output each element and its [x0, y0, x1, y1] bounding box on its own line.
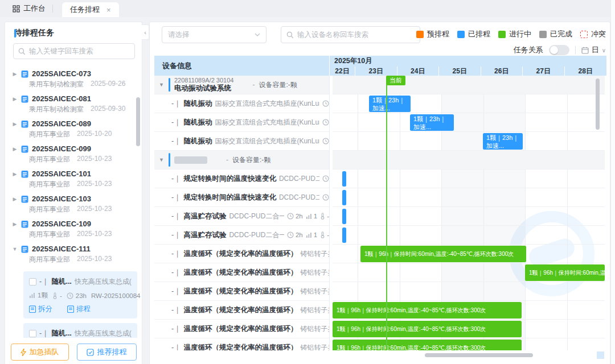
day-header-cell: 23日	[355, 67, 397, 76]
clock-icon	[67, 292, 73, 299]
tree-item[interactable]: ▶2025SAICEC-081乘用车制动检测室2025-09-30	[5, 92, 142, 117]
caret-right-icon[interactable]: ▶	[12, 171, 18, 177]
task-card[interactable]: -｜随机...快充高压线束总成(45...1颗-23hRW-2025100084…	[23, 271, 137, 318]
gantt-task-row-label[interactable]: -｜温度循环（规定变化率的温度循环）铸铝转子异步	[154, 301, 330, 320]
day-header-cell: 28日	[564, 67, 607, 76]
chevron-down-icon	[255, 33, 260, 36]
gantt-task-row-label[interactable]: -｜随机振动国标交直流组合式充电插座(KunLun 30)	[154, 113, 330, 132]
gantt-task-row-label[interactable]: -｜高温贮存试验DCDC-PUD二合一2h1-	[154, 226, 330, 245]
tree-item[interactable]: ▼2025SAICEC-111商用车事业部2025-10-23	[5, 242, 142, 267]
gantt-task-row-label[interactable]: -｜高温贮存试验DCDC-PUD二合一2h1-	[154, 207, 330, 226]
document-icon	[21, 70, 28, 78]
task-bar[interactable]: 1颗｜96h｜保持时间:60min,温度:-40~85℃,循环次数:300次	[360, 246, 526, 262]
task-bar[interactable]: 1颗｜96h｜保持时间:60min,温度:-40~85℃,循环次数:300次	[333, 302, 522, 318]
task-bar[interactable]: 1颗｜23h｜加速...	[369, 96, 411, 112]
department-label: 商用车事业部	[29, 255, 70, 264]
test-item-spec: 国标交直流组合式充电插座(KunLun 30)	[215, 99, 319, 109]
test-item-name: 温度循环（规定变化率的温度循环）	[183, 287, 297, 296]
panel-collapse-button[interactable]: ‹	[141, 24, 149, 40]
caret-right-icon[interactable]: ▶	[12, 221, 18, 227]
test-item-spec: 铸铝转子异步	[300, 305, 329, 315]
tab-workbench[interactable]: 工作台	[0, 0, 52, 17]
task-bar[interactable]	[342, 228, 346, 243]
task-bar[interactable]: 1颗｜96h｜保持时间:60min,温度:-40~85℃,循环次数:300次	[525, 264, 605, 281]
thermo-icon	[52, 292, 58, 299]
horizontal-scrollbar[interactable]	[425, 353, 533, 357]
gantt-task-row-label[interactable]: -｜温度循环（规定变化率的温度循环）铸铝转子异步	[154, 263, 330, 282]
tree-item[interactable]: ▶2025SAICEC-073乘用车制动检测室2025-09-26	[5, 67, 142, 92]
task-relation-toggle[interactable]	[549, 45, 569, 55]
document-icon	[29, 305, 36, 313]
caret-right-icon[interactable]: ▶	[12, 196, 18, 202]
task-bar[interactable]: 1颗｜23h｜加速...	[410, 114, 454, 131]
task-bar[interactable]	[342, 209, 346, 224]
device-search-input[interactable]	[297, 31, 415, 39]
caret-down-icon[interactable]: ▼	[159, 157, 165, 163]
department-label: 商用车事业部	[29, 130, 70, 139]
project-code: 2025SAICEC-089	[32, 119, 91, 128]
filter-select-placeholder: 请选择	[168, 30, 190, 40]
tree-item[interactable]: ▶2025SAICEC-089商用车事业部2025-10-20	[5, 117, 142, 142]
gantt-group-row-label[interactable]: ▼220811089A/2 30104电动振动试验系统-设备容量:-颗	[154, 76, 330, 94]
day-header-cell: 25日	[438, 67, 481, 76]
document-icon	[21, 120, 28, 128]
caret-right-icon[interactable]: ▶	[12, 96, 18, 102]
sidebar-scrollbar[interactable]	[136, 97, 140, 146]
top-tab-bar: 工作台 任务排程 ×	[0, 0, 615, 17]
tab-workbench-label: 工作台	[23, 3, 46, 14]
caret-right-icon[interactable]: ▶	[12, 121, 18, 127]
thermo-icon	[320, 213, 325, 220]
gantt-task-row-label[interactable]: -｜温度循环（规定变化率的温度循环）铸铝转子异步	[154, 282, 330, 301]
gantt-task-row-label[interactable]: -｜随机振动国标交直流组合式充电插座(KunLun 30)	[154, 132, 330, 151]
tree-item[interactable]: ▶2025SAICEC-101商用车事业部2025-10-23	[5, 167, 142, 192]
split-link[interactable]: 拆分	[29, 304, 52, 314]
caret-down-icon[interactable]: ▼	[159, 82, 165, 88]
device-capacity: 设备容量:-颗	[232, 155, 270, 165]
task-bar[interactable]	[342, 171, 346, 187]
test-item-spec: 铸铝转子异步	[300, 324, 329, 334]
clock-icon	[287, 213, 294, 220]
gantt-task-row-track	[333, 188, 605, 207]
gantt-task-row-label[interactable]: -｜温度循环（规定变化率的温度循环）铸铝转子异步	[154, 245, 330, 263]
recommend-schedule-button[interactable]: 推荐排程	[77, 344, 137, 361]
urgent-insert-button[interactable]: 加急插队	[11, 344, 69, 361]
chart-icon	[306, 213, 312, 220]
filter-select[interactable]: 请选择	[162, 26, 266, 43]
search-icon	[18, 48, 26, 55]
task-checkbox[interactable]	[29, 278, 36, 286]
schedule-link[interactable]: 排程	[67, 304, 91, 314]
tree-item[interactable]: ▶2025SAICEC-109商用车事业部2025-10-23	[5, 217, 142, 242]
task-bar[interactable]: 1颗｜23h｜加速...	[483, 133, 523, 150]
due-date: 2025-09-26	[91, 80, 125, 89]
task-bar[interactable]: 1颗｜96h｜保持时间:60min,温度:-40~85℃,循环次数:300次	[333, 321, 522, 337]
caret-right-icon[interactable]: ▶	[12, 71, 18, 77]
legend-swatch-completed	[539, 31, 547, 38]
gantt-task-row-label[interactable]: -｜温度循环（规定变化率的温度循环）铸铝转子异步	[154, 338, 330, 350]
tab-task-schedule[interactable]: 任务排程 ×	[62, 2, 119, 17]
test-item-spec: 国标交直流组合式充电插座(KunLun 30)	[215, 136, 319, 146]
tree-item[interactable]: ▶2025SAICEC-103商用车事业部2025-10-23	[5, 192, 142, 217]
task-bar[interactable]	[342, 190, 346, 205]
schedule-main-panel: 请选择 预排程 已排程 进行中 已完成 冲突	[149, 22, 610, 364]
task-checkbox[interactable]	[29, 330, 36, 337]
view-mode-select[interactable]: 日 ∨	[581, 45, 606, 55]
close-icon[interactable]: ×	[106, 6, 111, 14]
test-item-spec: DCDC-PUD二合一	[279, 193, 319, 202]
tree-item[interactable]: ▶2025SAICEC-099商用车事业部2025-10-23	[5, 142, 142, 167]
task-card[interactable]: -｜随机...快充高压线束总成(45...1颗-23hRW-2025100085…	[23, 323, 137, 338]
gantt-task-row-label[interactable]: -｜规定转换时间的温度快速变化DCDC-PUD二合一	[154, 188, 330, 207]
day-header-row: 22日23日24日25日26日27日28日	[330, 67, 606, 76]
gantt-group-row-label[interactable]: ▼-设备容量:-颗	[154, 151, 330, 169]
thermo-icon	[320, 231, 325, 238]
document-icon	[21, 170, 28, 178]
sidebar-search[interactable]	[13, 43, 135, 59]
caret-down-icon[interactable]: ▼	[12, 246, 18, 252]
caret-right-icon[interactable]: ▶	[12, 146, 18, 152]
device-search[interactable]	[281, 26, 420, 43]
chart-vertical-scrollbar[interactable]	[596, 78, 600, 130]
gantt-task-row-label[interactable]: -｜温度循环（规定变化率的温度循环）铸铝转子异步	[154, 320, 330, 338]
gantt-task-row-label[interactable]: -｜规定转换时间的温度快速变化DCDC-PUD二合一	[154, 169, 330, 188]
gantt-task-row-label[interactable]: -｜随机振动国标交直流组合式充电插座(KunLun 30)	[154, 94, 330, 113]
task-bar[interactable]: 1颗｜96h｜保持时间:60min,温度:-40~85℃,循环次数:300次	[333, 340, 522, 350]
sidebar-search-input[interactable]	[29, 47, 130, 55]
